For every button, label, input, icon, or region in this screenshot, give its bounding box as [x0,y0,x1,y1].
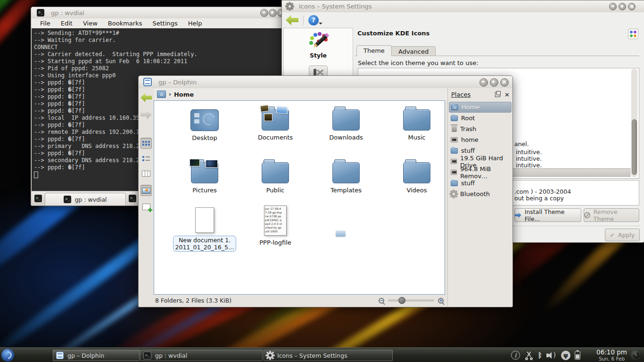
dot-icon [630,34,633,37]
split-view-button[interactable] [140,201,152,213]
folder-item-music[interactable]: Music [384,106,445,141]
klipper-icon[interactable] [524,351,534,360]
zoom-in-icon[interactable]: + [438,298,444,304]
place-bluetooth[interactable]: Bluetooth [448,189,512,199]
photo-thumbnail [190,159,200,166]
settings-titlebar[interactable]: Icons – System Settings [282,0,644,13]
menu-view[interactable]: View [79,19,102,27]
folder-item-public[interactable]: Public [242,158,308,194]
tab-label: gp : wvdial [74,196,107,203]
close-tab-button[interactable]: >_ [127,193,138,204]
tab-advanced[interactable]: Advanced [391,46,436,56]
place-label: home [461,136,479,143]
menu-settings[interactable]: Settings [148,19,182,27]
maximize-button[interactable] [269,9,277,17]
style-category-icon[interactable] [307,32,329,51]
minimize-button[interactable] [609,3,617,10]
new-tab-button[interactable]: >_ [33,193,43,204]
clock-date: Sun, 6 Feb [596,355,627,362]
remove-theme-button[interactable]: Remove Theme [584,208,639,222]
apply-button[interactable]: ✔ Apply [605,229,640,241]
panel-cashew-icon[interactable] [630,349,642,361]
folder-label: Music [384,134,445,141]
zoom-slider[interactable] [388,299,434,302]
tab-theme[interactable]: Theme [356,45,392,56]
battery-icon[interactable] [575,351,580,360]
tab-gp-wvdial[interactable]: >_ gp : wvdial [45,193,126,206]
menu-help[interactable]: Help [184,19,206,27]
close-button[interactable] [628,3,636,10]
minimize-button[interactable] [260,9,268,17]
folder-item-pictures[interactable]: Pictures [172,158,238,194]
icons-view-button[interactable] [140,138,152,149]
scrollbar[interactable] [631,69,637,177]
place-label: Trash [460,125,476,132]
dolphin-window: gp – Dolphin ⌂ › Home Desktop [138,75,513,307]
konsole-titlebar[interactable]: >_ gp : wvdial [31,7,288,19]
task-button-dolphin[interactable]: gp – Dolphin [53,350,140,361]
place-removable-drive[interactable]: 964.8 MiB Remov… [448,167,512,178]
zoom-out-icon[interactable]: − [379,298,384,304]
dolphin-app-icon [56,352,64,359]
details-view-button[interactable] [140,153,152,164]
file-item-ppp-logfile[interactable]: Jan 17 09:4 7:18 gp-Asp ire-5738 pp pd[1… [242,206,308,246]
place-home[interactable]: ⌂ Home [449,102,512,113]
forward-button[interactable] [140,109,152,120]
close-panel-icon[interactable]: × [504,92,510,97]
folder-label: Videos [384,187,445,194]
sidebar-item-style[interactable]: Style [284,52,353,59]
clock[interactable]: 06:10 pm Sun, 6 Feb [596,349,627,362]
volume-icon[interactable]: ) [546,351,557,360]
minimize-button[interactable] [479,78,488,87]
dolphin-titlebar[interactable]: gp – Dolphin [139,76,512,89]
task-label: gp : wvdial [155,352,187,359]
theme-list-text-fragment: anel. [514,140,529,148]
folder-icon [451,181,458,186]
konsole-window-title: gp : wvdial [51,9,84,16]
dolphin-file-view[interactable]: Desktop Documents Downloads Music [154,100,445,295]
preview-button[interactable] [140,185,152,196]
folder-icon [403,109,430,131]
place-root[interactable]: Root [448,113,512,123]
place-home-partition[interactable]: home [448,134,512,145]
task-button-system-settings[interactable]: Icons – System Settings [264,350,393,361]
terminal-line: CONNECT [34,44,290,51]
preview-icon [142,188,150,194]
import-icon [515,213,521,218]
icons-module-icon [628,29,638,39]
app-launcher-button[interactable] [1,349,14,362]
file-label-line: 2011_01_20_16_5… [175,244,234,251]
task-button-wvdial[interactable]: >_ gp : wvdial [140,350,263,361]
place-trash[interactable]: Trash [448,123,512,134]
home-icon[interactable]: ⌂ [157,90,166,98]
notifications-icon[interactable]: i [511,351,520,360]
back-button[interactable] [286,15,298,25]
menu-edit[interactable]: Edit [57,19,77,27]
maximize-button[interactable] [490,78,498,87]
maximize-button[interactable] [619,3,626,10]
folder-item-desktop[interactable]: Desktop [172,106,238,141]
scrollbar-thumb[interactable] [632,119,637,175]
settings-toolbar: ? [282,12,644,28]
settings-window-title: Icons – System Settings [299,3,372,10]
breadcrumb-home[interactable]: Home [174,91,194,98]
install-theme-label: Install Theme File... [525,208,581,222]
folder-item-documents[interactable]: Documents [242,106,308,141]
folder-item-downloads[interactable]: Downloads [313,106,379,141]
help-button[interactable]: ? [308,15,319,25]
bluetooth-icon[interactable]: ᛒ [538,351,542,360]
menu-file[interactable]: File [36,19,55,27]
menu-bookmarks[interactable]: Bookmarks [104,19,147,27]
float-panel-icon[interactable] [495,92,500,97]
task-label: Icons – System Settings [277,352,347,359]
zoom-slider-knob[interactable] [398,297,405,304]
usb-device-icon[interactable]: ψ [561,351,570,360]
columns-view-button[interactable] [140,168,152,179]
close-button[interactable] [500,78,509,87]
install-theme-button[interactable]: Install Theme File... [514,208,581,222]
file-item-new-document[interactable]: New document 1. 2011_01_20_16_5… [172,206,238,252]
folder-item-templates[interactable]: Templates [313,158,379,194]
folder-item-videos[interactable]: Videos [384,158,445,194]
back-button[interactable] [140,92,152,103]
drag-ghost-icon [336,230,346,237]
